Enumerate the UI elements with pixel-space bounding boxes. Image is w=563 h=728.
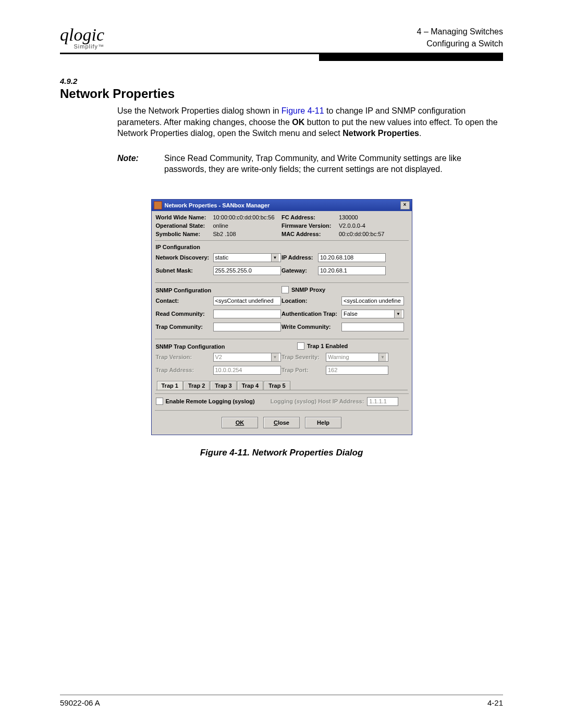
gateway-label: Gateway: — [282, 267, 318, 274]
note-block: Note: Since Read Community, Trap Communi… — [117, 153, 503, 175]
tab-trap-5[interactable]: Trap 5 — [264, 381, 290, 390]
tab-trap-4[interactable]: Trap 4 — [237, 381, 263, 390]
checkbox-icon — [156, 398, 163, 405]
page-footer: 59022-06 A 4-21 — [60, 695, 503, 707]
location-label: Location: — [282, 298, 341, 304]
read-community-input[interactable] — [213, 310, 281, 318]
trap-port-input — [326, 366, 388, 375]
sym-value: Sb2 .108 — [213, 231, 236, 237]
header-bar — [319, 54, 503, 61]
wwn-label: World Wide Name: — [156, 214, 213, 220]
trap-community-input[interactable] — [213, 323, 281, 331]
section-title-hdr: Configuring a Switch — [417, 38, 503, 50]
titlebar[interactable]: Network Properties - SANbox Manager × — [152, 200, 412, 211]
checkbox-icon — [282, 286, 289, 293]
ok-button[interactable]: OK — [222, 417, 258, 428]
contact-label: Contact: — [156, 298, 213, 304]
location-input[interactable] — [341, 297, 404, 305]
trap-community-label: Trap Community: — [156, 324, 213, 330]
logo: qlogic Simplify™ — [60, 26, 104, 50]
network-discovery-combo[interactable]: static▼ — [213, 253, 281, 262]
ip-section-title: IP Configuration — [156, 244, 408, 250]
wwn-value: 10:00:00:c0:dd:00:bc:56 — [213, 214, 275, 220]
tab-trap-1[interactable]: Trap 1 — [157, 381, 183, 390]
subnet-mask-label: Subnet Mask: — [156, 267, 213, 274]
enable-remote-logging-checkbox[interactable]: Enable Remote Logging (syslog) — [156, 398, 255, 405]
section-heading: Network Properties — [60, 87, 503, 101]
note-label: Note: — [117, 153, 164, 175]
tab-trap-3[interactable]: Trap 3 — [210, 381, 236, 390]
ip-address-label: IP Address: — [282, 254, 318, 261]
chapter-title: 4 – Managing Switches — [417, 26, 503, 38]
doc-number: 59022-06 A — [60, 698, 100, 707]
tab-trap-2[interactable]: Trap 2 — [183, 381, 210, 390]
gateway-input[interactable] — [318, 266, 386, 275]
trap-version-label: Trap Version: — [156, 354, 213, 360]
trap-severity-combo: Warning▼ — [326, 353, 388, 362]
logo-text: qlogic — [60, 25, 104, 44]
network-discovery-label: Network Discovery: — [156, 254, 213, 261]
sym-label: Symbolic Name: — [156, 231, 213, 237]
auth-trap-label: Authentication Trap: — [282, 311, 341, 317]
snmp-section-title: SNMP Configuration — [156, 287, 282, 293]
ip-address-input[interactable] — [318, 253, 386, 262]
write-community-input[interactable] — [341, 323, 404, 331]
mac-label: MAC Address: — [282, 231, 339, 237]
close-button[interactable]: Close — [263, 417, 300, 428]
write-community-label: Write Community: — [282, 324, 341, 330]
auth-trap-combo[interactable]: False▼ — [341, 310, 404, 318]
chevron-down-icon: ▼ — [271, 353, 279, 361]
logging-host-label: Logging (syslog) Host IP Address: — [271, 398, 364, 404]
trap-address-label: Trap Address: — [156, 367, 213, 373]
trap-version-combo: V2▼ — [213, 353, 281, 362]
page-header: qlogic Simplify™ 4 – Managing Switches C… — [60, 26, 503, 54]
read-community-label: Read Community: — [156, 311, 213, 317]
page-number: 4-21 — [487, 698, 503, 707]
network-properties-dialog: Network Properties - SANbox Manager × Wo… — [151, 199, 412, 435]
body-paragraph: Use the Network Properties dialog shown … — [117, 105, 503, 139]
contact-input[interactable] — [213, 297, 281, 305]
fc-label: FC Address: — [282, 214, 339, 220]
trap-severity-label: Trap Severity: — [282, 354, 326, 360]
opstate-label: Operational State: — [156, 223, 213, 229]
opstate-value: online — [213, 223, 228, 229]
mac-value: 00:c0:dd:00:bc:57 — [339, 231, 384, 237]
close-icon[interactable]: × — [400, 201, 410, 209]
logo-tagline: Simplify™ — [60, 44, 104, 50]
app-icon — [154, 201, 162, 209]
trap-port-label: Trap Port: — [282, 367, 326, 373]
dialog-title: Network Properties - SANbox Manager — [165, 202, 270, 208]
chevron-down-icon: ▼ — [394, 310, 402, 318]
help-button[interactable]: Help — [305, 417, 341, 428]
figure-link[interactable]: Figure 4-11 — [282, 106, 324, 115]
trap-section-title: SNMP Trap Configuration — [156, 343, 282, 350]
fw-value: V2.0.0.0-4 — [339, 223, 365, 229]
chevron-down-icon: ▼ — [271, 254, 279, 262]
figure-caption: Figure 4-11. Network Properties Dialog — [60, 448, 503, 458]
section-number: 4.9.2 — [60, 77, 503, 85]
logging-host-input — [367, 397, 398, 406]
snmp-proxy-checkbox[interactable]: SNMP Proxy — [282, 286, 408, 293]
checkbox-icon — [297, 342, 304, 350]
subnet-mask-input[interactable] — [213, 266, 281, 275]
header-right: 4 – Managing Switches Configuring a Swit… — [417, 26, 503, 50]
chevron-down-icon: ▼ — [378, 353, 386, 361]
trap-enabled-checkbox[interactable]: Trap 1 Enabled — [297, 342, 408, 350]
trap-tabs: Trap 1 Trap 2 Trap 3 Trap 4 Trap 5 — [156, 381, 408, 390]
note-text: Since Read Community, Trap Community, an… — [164, 153, 503, 175]
fc-value: 130000 — [339, 214, 358, 220]
trap-address-input — [213, 366, 281, 375]
fw-label: Firmware Version: — [282, 223, 339, 229]
